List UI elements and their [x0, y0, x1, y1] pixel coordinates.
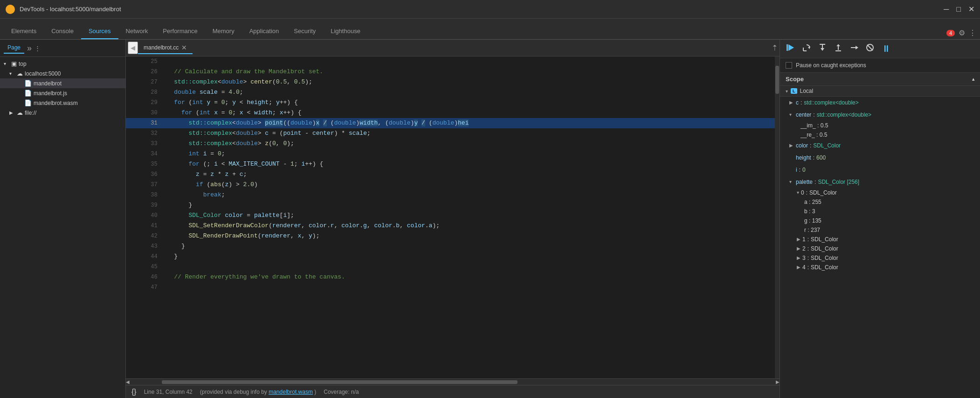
tree-label-mandelbrot-wasm: mandelbrot.wasm	[34, 100, 78, 106]
debug-panel: ⏸ Pause on caught exceptions Scope ▴ ▾ L…	[780, 40, 980, 398]
code-line-25: 25	[126, 56, 780, 67]
close-tab-button[interactable]: ✕	[181, 44, 187, 51]
code-tab-label: mandelbrot.cc	[144, 44, 179, 51]
tab-network[interactable]: Network	[118, 24, 156, 39]
titlebar: DevTools - localhost:5000/mandelbrot ─ □…	[0, 0, 980, 19]
tree-item-mandelbrot[interactable]: 📄 mandelbrot	[0, 78, 125, 88]
code-line-46: 46 // Render everything we've drawn to t…	[126, 272, 780, 282]
local-badge: L	[791, 88, 797, 94]
scope-expand-palette-4[interactable]: ▶	[797, 263, 801, 272]
code-line-38: 38 break;	[126, 190, 780, 200]
horizontal-scrollbar[interactable]: ◀ ▶	[126, 378, 780, 385]
source-info: (provided via debug info by mandelbrot.w…	[200, 389, 317, 395]
maximize-button[interactable]: □	[956, 5, 961, 14]
more-options-button[interactable]: ⋮	[969, 28, 976, 37]
scope-expand-palette-1[interactable]: ▶	[797, 235, 801, 244]
scope-item-color[interactable]: ▶ color : SDL_Color	[780, 140, 980, 152]
scope-item-palette-1[interactable]: ▶ 1 : SDL_Color	[780, 235, 980, 244]
code-line-44: 44 }	[126, 251, 780, 262]
tree-item-localhost[interactable]: ▾ ☁ localhost:5000	[0, 69, 125, 78]
tab-elements[interactable]: Elements	[4, 24, 44, 39]
scope-expand-color[interactable]: ▶	[789, 141, 794, 150]
scroll-thumb-horizontal[interactable]	[162, 380, 517, 384]
close-button[interactable]: ✕	[968, 5, 974, 14]
tab-console[interactable]: Console	[44, 24, 81, 39]
pause-exceptions-label: Pause on caught exceptions	[796, 62, 866, 69]
tab-sources[interactable]: Sources	[81, 24, 118, 39]
sidebar: Page » ⋮ ▾ ▣ top ▾ ☁ localhost:5000 📄 ma…	[0, 40, 126, 398]
sidebar-tab-page[interactable]: Page	[4, 42, 24, 54]
tree-item-mandelbrot-js[interactable]: 📄 mandelbrot.js	[0, 88, 125, 98]
scroll-left-button[interactable]: ◀	[126, 379, 130, 384]
local-header: ▾ L Local	[780, 86, 980, 97]
code-line-42: 42 SDL_RenderDrawPoint(renderer, x, y);	[126, 231, 780, 241]
scope-header[interactable]: Scope ▴	[780, 73, 980, 86]
code-line-27: 27 std::complex<double> center(0.5, 0.5)…	[126, 77, 780, 87]
step-over-button[interactable]	[801, 42, 813, 55]
local-label: Local	[800, 88, 814, 94]
scope-expand-palette[interactable]: ▾	[789, 177, 794, 187]
scope-item-c[interactable]: ▶ c : std::complex<double>	[780, 97, 980, 109]
file-tree: ▾ ▣ top ▾ ☁ localhost:5000 📄 mandelbrot …	[0, 57, 125, 398]
tab-application[interactable]: Application	[242, 24, 287, 39]
deactivate-button[interactable]	[864, 42, 876, 55]
code-panel: ◀ mandelbrot.cc ✕ ⇡ 25 26 // Calculate a…	[126, 40, 780, 398]
format-button[interactable]: ⇡	[772, 43, 778, 52]
scrollbar-thumb[interactable]	[775, 66, 779, 94]
scope-item-palette[interactable]: ▾ palette : SDL_Color [256]	[780, 176, 980, 188]
local-expand-arrow[interactable]: ▾	[786, 89, 788, 94]
scope-item-height: ▶ height : 600	[780, 152, 980, 164]
scope-item-palette-0-b: b : 3	[780, 207, 980, 216]
code-tabs: ◀ mandelbrot.cc ✕ ⇡	[126, 40, 780, 56]
scope-item-palette-2[interactable]: ▶ 2 : SDL_Color	[780, 244, 980, 253]
step-out-button[interactable]	[832, 42, 844, 55]
scope-item-palette-4[interactable]: ▶ 4 : SDL_Color	[780, 263, 980, 272]
code-line-28: 28 double scale = 4.0;	[126, 87, 780, 98]
tabbar-right: 4 ⚙ ⋮	[946, 28, 976, 39]
code-line-43: 43 }	[126, 241, 780, 251]
scope-item-palette-3[interactable]: ▶ 3 : SDL_Color	[780, 253, 980, 263]
pause-button[interactable]: ⏸	[880, 42, 893, 55]
settings-button[interactable]: ⚙	[959, 28, 965, 37]
code-line-41: 41 SDL_SetRenderDrawColor(renderer, colo…	[126, 221, 780, 231]
code-editor[interactable]: 25 26 // Calculate and draw the Mandelbr…	[126, 56, 780, 378]
tab-lighthouse[interactable]: Lighthouse	[323, 24, 368, 39]
tab-performance[interactable]: Performance	[155, 24, 205, 39]
error-count-badge: 4	[946, 30, 955, 36]
step-into-icon	[818, 43, 827, 52]
sidebar-expand-icon[interactable]: »	[27, 43, 32, 53]
scope-expand-palette-3[interactable]: ▶	[797, 253, 801, 263]
code-line-39: 39 }	[126, 200, 780, 210]
source-link[interactable]: mandelbrot.wasm	[269, 389, 313, 395]
tree-item-top[interactable]: ▾ ▣ top	[0, 59, 125, 69]
scope-expand-palette-2[interactable]: ▶	[797, 244, 801, 253]
code-tab-right: ⇡	[772, 43, 778, 52]
prev-tab-button[interactable]: ◀	[128, 42, 138, 54]
svg-marker-2	[808, 46, 810, 49]
scope-expand-center[interactable]: ▾	[789, 110, 794, 119]
tree-item-mandelbrot-wasm[interactable]: 📄 mandelbrot.wasm	[0, 98, 125, 108]
scope-expand-c[interactable]: ▶	[789, 98, 794, 107]
step-button[interactable]	[848, 42, 860, 55]
resume-button[interactable]	[785, 42, 797, 55]
code-line-29: 29 for (int y = 0; y < height; y++) {	[126, 98, 780, 108]
scope-item-palette-0[interactable]: ▾ 0 : SDL_Color	[780, 188, 980, 197]
folder-icon: ▣	[11, 60, 17, 67]
code-line-30: 30 for (int x = 0; x < width; x++) {	[126, 108, 780, 118]
pretty-print-button[interactable]: {}	[131, 388, 137, 396]
debug-toolbar: ⏸	[780, 40, 980, 58]
minimize-button[interactable]: ─	[944, 5, 949, 14]
scroll-right-button[interactable]: ▶	[776, 379, 780, 384]
scope-item-center[interactable]: ▾ center : std::complex<double>	[780, 109, 980, 121]
scope-expand-palette-0[interactable]: ▾	[797, 188, 799, 197]
sidebar-more-options[interactable]: ⋮	[35, 45, 41, 52]
code-line-34: 34 int i = 0;	[126, 149, 780, 159]
pause-exceptions-checkbox[interactable]	[786, 62, 792, 69]
vertical-scrollbar[interactable]	[775, 56, 780, 378]
code-tab-mandelbrot[interactable]: mandelbrot.cc ✕	[138, 42, 193, 54]
tab-security[interactable]: Security	[286, 24, 323, 39]
step-into-button[interactable]	[816, 42, 828, 55]
tree-item-file[interactable]: ▶ ☁ file://	[0, 108, 125, 118]
tab-memory[interactable]: Memory	[205, 24, 242, 39]
scope-item-center-im: __im_ : 0.5	[780, 121, 980, 130]
